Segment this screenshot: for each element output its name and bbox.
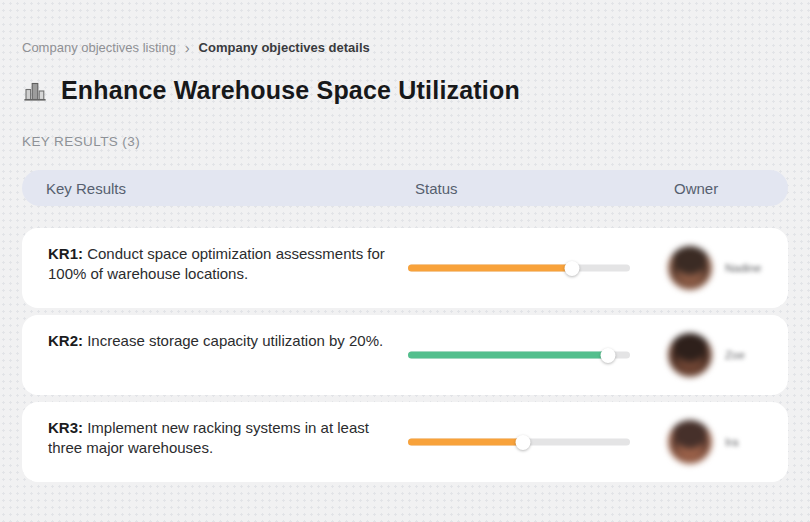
kr-status-cell bbox=[408, 265, 630, 272]
kr-description: Conduct space optimization assessments f… bbox=[48, 245, 385, 282]
breadcrumb-item-details: Company objectives details bbox=[199, 40, 370, 55]
owner-name: Zoe bbox=[725, 349, 745, 361]
buildings-icon bbox=[22, 78, 48, 104]
key-result-row-kr2[interactable]: KR2: Increase storage capacity utilizati… bbox=[22, 315, 788, 395]
kr-description: Increase storage capacity utilization by… bbox=[87, 332, 383, 349]
kr-text: KR2: Increase storage capacity utilizati… bbox=[48, 331, 396, 351]
kr-label: KR3: bbox=[48, 419, 83, 436]
title-row: Enhance Warehouse Space Utilization bbox=[22, 76, 788, 105]
table-header: Key Results Status Owner bbox=[22, 170, 788, 206]
progress-slider-track[interactable] bbox=[408, 439, 630, 446]
page-title: Enhance Warehouse Space Utilization bbox=[61, 76, 520, 105]
kr-label: KR2: bbox=[48, 332, 83, 349]
progress-slider-thumb[interactable] bbox=[600, 348, 615, 363]
owner-avatar bbox=[668, 420, 712, 464]
key-results-count-label: KEY RESULTS (3) bbox=[22, 134, 788, 149]
owner-avatar bbox=[668, 246, 712, 290]
progress-slider-thumb[interactable] bbox=[516, 435, 531, 450]
owner-avatar bbox=[668, 333, 712, 377]
breadcrumb: Company objectives listing › Company obj… bbox=[22, 40, 788, 55]
kr-status-cell bbox=[408, 439, 630, 446]
breadcrumb-item-listing[interactable]: Company objectives listing bbox=[22, 40, 176, 55]
kr-text: KR1: Conduct space optimization assessme… bbox=[48, 244, 396, 284]
owner-name: Ira bbox=[725, 436, 738, 448]
progress-slider-track[interactable] bbox=[408, 352, 630, 359]
column-header-owner: Owner bbox=[674, 180, 718, 197]
progress-slider-track[interactable] bbox=[408, 265, 630, 272]
objective-details-page: Company objectives listing › Company obj… bbox=[0, 0, 810, 482]
column-header-key-results: Key Results bbox=[46, 180, 126, 197]
kr-status-cell bbox=[408, 352, 630, 359]
progress-fill bbox=[408, 439, 523, 446]
kr-owner-cell: Ira bbox=[668, 420, 738, 464]
column-header-status: Status bbox=[415, 180, 458, 197]
progress-slider-thumb[interactable] bbox=[565, 261, 580, 276]
owner-name: Nadine bbox=[725, 262, 761, 274]
kr-text: KR3: Implement new racking systems in at… bbox=[48, 418, 396, 458]
progress-fill bbox=[408, 352, 608, 359]
kr-description: Implement new racking systems in at leas… bbox=[48, 419, 369, 456]
chevron-right-icon: › bbox=[185, 41, 190, 55]
key-result-row-kr3[interactable]: KR3: Implement new racking systems in at… bbox=[22, 402, 788, 482]
progress-fill bbox=[408, 265, 572, 272]
kr-owner-cell: Zoe bbox=[668, 333, 745, 377]
kr-label: KR1: bbox=[48, 245, 83, 262]
kr-owner-cell: Nadine bbox=[668, 246, 761, 290]
key-result-row-kr1[interactable]: KR1: Conduct space optimization assessme… bbox=[22, 228, 788, 308]
